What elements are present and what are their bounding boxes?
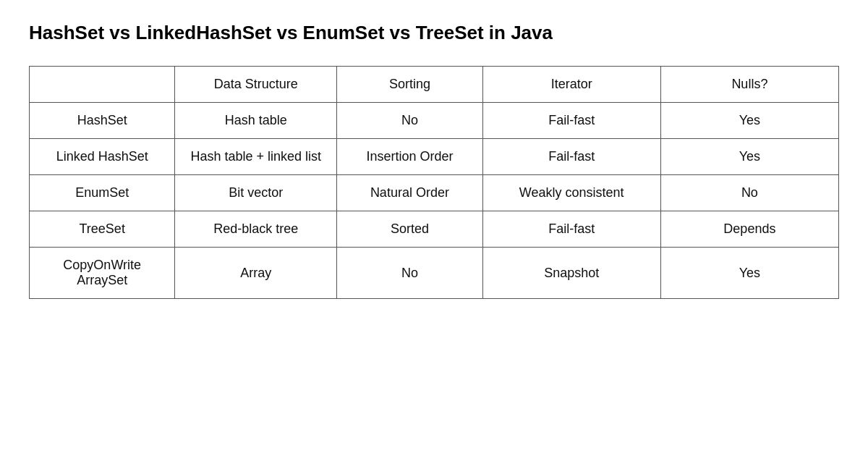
- row-iterator: Snapshot: [482, 248, 660, 299]
- row-data-structure: Hash table + linked list: [175, 139, 337, 175]
- table-row: CopyOnWrite ArraySet Array No Snapshot Y…: [30, 248, 839, 299]
- row-iterator: Weakly consistent: [482, 175, 660, 211]
- table-row: HashSet Hash table No Fail-fast Yes: [30, 103, 839, 139]
- table-row: EnumSet Bit vector Natural Order Weakly …: [30, 175, 839, 211]
- col-header-iterator: Iterator: [482, 67, 660, 103]
- row-sorting: Insertion Order: [337, 139, 482, 175]
- row-nulls: Yes: [660, 139, 838, 175]
- row-iterator: Fail-fast: [482, 139, 660, 175]
- row-nulls: Yes: [660, 103, 838, 139]
- row-nulls: No: [660, 175, 838, 211]
- page-title: HashSet vs LinkedHashSet vs EnumSet vs T…: [29, 22, 839, 44]
- row-name: CopyOnWrite ArraySet: [30, 248, 175, 299]
- table-row: TreeSet Red-black tree Sorted Fail-fast …: [30, 211, 839, 248]
- table-row: Linked HashSet Hash table + linked list …: [30, 139, 839, 175]
- row-iterator: Fail-fast: [482, 211, 660, 248]
- row-data-structure: Red-black tree: [175, 211, 337, 248]
- row-data-structure: Hash table: [175, 103, 337, 139]
- row-sorting: Natural Order: [337, 175, 482, 211]
- row-sorting: Sorted: [337, 211, 482, 248]
- row-data-structure: Array: [175, 248, 337, 299]
- row-sorting: No: [337, 248, 482, 299]
- row-name: EnumSet: [30, 175, 175, 211]
- col-header-data-structure: Data Structure: [175, 67, 337, 103]
- row-iterator: Fail-fast: [482, 103, 660, 139]
- comparison-table: Data Structure Sorting Iterator Nulls? H…: [29, 66, 839, 299]
- col-header-name: [30, 67, 175, 103]
- row-name: Linked HashSet: [30, 139, 175, 175]
- row-name: TreeSet: [30, 211, 175, 248]
- col-header-nulls: Nulls?: [660, 67, 838, 103]
- row-data-structure: Bit vector: [175, 175, 337, 211]
- row-nulls: Depends: [660, 211, 838, 248]
- table-header-row: Data Structure Sorting Iterator Nulls?: [30, 67, 839, 103]
- row-nulls: Yes: [660, 248, 838, 299]
- row-sorting: No: [337, 103, 482, 139]
- row-name: HashSet: [30, 103, 175, 139]
- col-header-sorting: Sorting: [337, 67, 482, 103]
